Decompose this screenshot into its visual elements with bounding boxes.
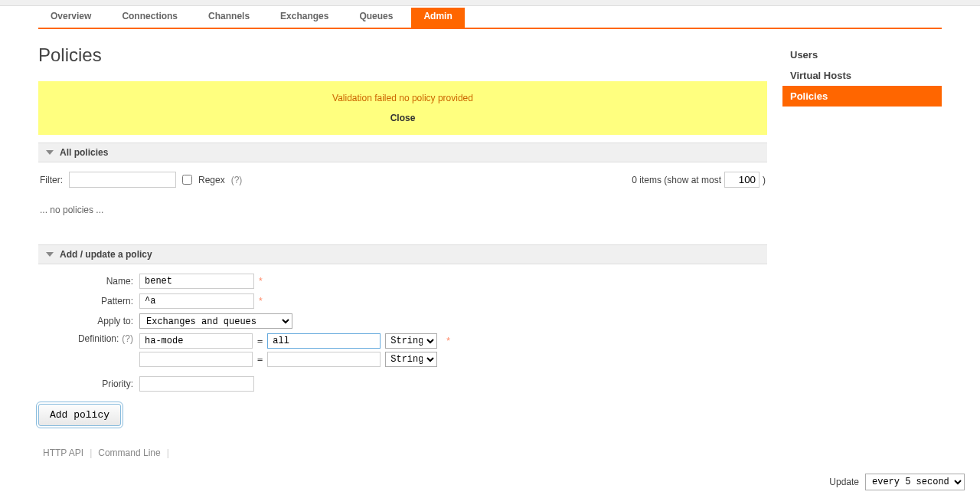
section-all-policies-header[interactable]: All policies bbox=[38, 143, 767, 162]
alert-banner: Validation failed no policy provided Clo… bbox=[38, 81, 767, 135]
section-all-policies-title: All policies bbox=[60, 147, 108, 158]
name-label: Name: bbox=[40, 276, 139, 287]
pattern-label: Pattern: bbox=[40, 296, 139, 307]
priority-label: Priority: bbox=[40, 379, 139, 389]
equals-sign: = bbox=[257, 354, 263, 365]
section-add-update-title: Add / update a policy bbox=[60, 249, 152, 260]
sidebar: Users Virtual Hosts Policies bbox=[782, 44, 942, 466]
page-title: Policies bbox=[38, 44, 767, 66]
definition-type-1[interactable]: String bbox=[385, 333, 437, 349]
command-line-link[interactable]: Command Line bbox=[95, 447, 163, 458]
apply-to-select[interactable]: Exchanges and queues bbox=[139, 313, 292, 329]
priority-input[interactable] bbox=[139, 376, 254, 392]
apply-to-label: Apply to: bbox=[40, 316, 139, 326]
filter-label: Filter: bbox=[40, 175, 63, 185]
definition-help[interactable]: (?) bbox=[122, 333, 133, 344]
update-label: Update bbox=[829, 477, 859, 487]
main-nav: Overview Connections Channels Exchanges … bbox=[38, 8, 942, 29]
definition-label: Definition: bbox=[78, 333, 119, 344]
browser-chrome bbox=[0, 0, 980, 6]
items-max-input[interactable] bbox=[724, 172, 760, 188]
nav-tab-queues[interactable]: Queues bbox=[347, 8, 405, 28]
definition-value-1[interactable] bbox=[267, 333, 381, 349]
alert-close-button[interactable]: Close bbox=[50, 113, 756, 123]
name-input[interactable] bbox=[139, 274, 254, 289]
pattern-input[interactable] bbox=[139, 293, 254, 309]
sidebar-item-users[interactable]: Users bbox=[782, 44, 942, 65]
required-star: * bbox=[446, 336, 450, 346]
last-update-text: Last update: 2018-07-31 16:29:03 bbox=[0, 490, 980, 495]
add-policy-button[interactable]: Add policy bbox=[38, 404, 121, 426]
alert-message: Validation failed no policy provided bbox=[50, 93, 756, 103]
nav-tab-admin[interactable]: Admin bbox=[411, 8, 464, 28]
sidebar-item-policies[interactable]: Policies bbox=[782, 86, 942, 107]
regex-label: Regex bbox=[198, 175, 225, 185]
chevron-down-icon bbox=[46, 252, 54, 257]
sidebar-item-virtual-hosts[interactable]: Virtual Hosts bbox=[782, 65, 942, 86]
filter-input[interactable] bbox=[69, 172, 176, 188]
equals-sign: = bbox=[257, 336, 263, 346]
regex-checkbox[interactable] bbox=[182, 175, 192, 185]
definition-key-2[interactable] bbox=[139, 352, 253, 367]
definition-key-1[interactable] bbox=[139, 333, 253, 349]
required-star: * bbox=[259, 276, 263, 287]
nav-tab-exchanges[interactable]: Exchanges bbox=[268, 8, 341, 28]
definition-value-2[interactable] bbox=[267, 352, 381, 367]
items-count-text: 0 items (show at most bbox=[632, 175, 721, 185]
regex-help[interactable]: (?) bbox=[231, 175, 243, 185]
required-star: * bbox=[259, 296, 263, 307]
definition-type-2[interactable]: String bbox=[385, 352, 437, 367]
http-api-link[interactable]: HTTP API bbox=[40, 447, 87, 458]
section-add-update-header[interactable]: Add / update a policy bbox=[38, 244, 767, 264]
divider: | bbox=[167, 447, 169, 458]
nav-tab-connections[interactable]: Connections bbox=[109, 8, 190, 28]
divider: | bbox=[90, 447, 92, 458]
chevron-down-icon bbox=[46, 150, 54, 155]
empty-policies-message: ... no policies ... bbox=[38, 197, 767, 231]
nav-tab-channels[interactable]: Channels bbox=[196, 8, 262, 28]
items-suffix: ) bbox=[763, 175, 766, 185]
nav-tab-overview[interactable]: Overview bbox=[38, 8, 103, 28]
update-interval-select[interactable]: every 5 seconds bbox=[865, 474, 965, 490]
